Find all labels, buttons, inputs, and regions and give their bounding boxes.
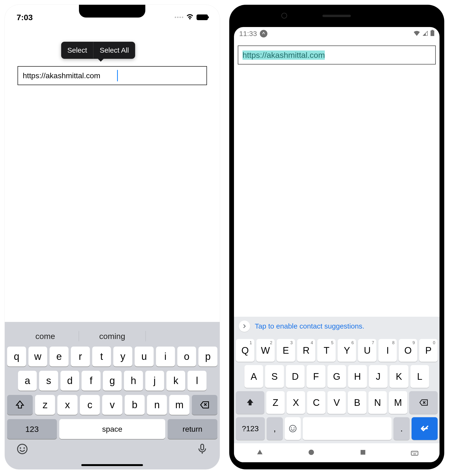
svg-point-2 [23,447,25,449]
key-p[interactable]: p [199,346,217,367]
key-h[interactable]: h [124,371,143,391]
key-o[interactable]: O9 [399,339,417,362]
key-i[interactable]: I8 [378,339,397,362]
home-indicator[interactable] [81,464,143,466]
android-status-bar: 11:33 ^ [234,27,439,40]
key-v[interactable]: V [327,391,346,414]
dictation-key-icon[interactable] [197,443,208,456]
enter-key[interactable] [412,417,438,440]
key-r[interactable]: R4 [297,339,316,362]
key-x[interactable]: X [287,391,305,414]
key-n[interactable]: N [368,391,387,414]
key-v[interactable]: v [102,395,122,415]
emoji-key[interactable] [285,417,301,440]
key-g[interactable]: g [103,371,122,391]
key-c[interactable]: C [307,391,325,414]
numbers-key[interactable]: 123 [7,419,57,439]
speaker-grille [322,15,351,17]
ios-keyboard: come coming q w e r t y u i o p a s d f … [5,322,220,469]
key-p[interactable]: P0 [419,339,438,362]
backspace-key[interactable] [192,395,217,415]
comma-key[interactable]: , [267,417,283,440]
key-f[interactable]: f [82,371,100,391]
key-a[interactable]: a [18,371,37,391]
context-select-button[interactable]: Select [61,42,93,59]
keyboard-suggestion[interactable]: coming [79,332,146,341]
key-y[interactable]: Y6 [338,339,356,362]
key-e[interactable]: e [50,346,68,367]
key-f[interactable]: F [307,365,325,388]
key-w[interactable]: w [28,346,47,367]
key-z[interactable]: Z [266,391,285,414]
key-x[interactable]: x [57,395,77,415]
key-l[interactable]: l [188,371,206,391]
key-m[interactable]: M [389,391,407,414]
key-j[interactable]: j [145,371,164,391]
period-key[interactable]: . [393,417,410,440]
key-g[interactable]: G [327,365,346,388]
android-nav-bar [234,443,439,462]
shift-key[interactable] [236,391,264,414]
key-z[interactable]: z [35,395,55,415]
key-h[interactable]: H [348,365,367,388]
keyboard-suggestion[interactable]: come [12,332,79,341]
svg-point-13 [414,452,414,453]
key-d[interactable]: D [286,365,305,388]
key-m[interactable]: m [169,395,189,415]
overview-button-icon[interactable] [359,448,367,457]
key-d[interactable]: d [60,371,79,391]
return-key[interactable]: return [168,419,217,439]
space-key[interactable] [303,417,392,440]
emoji-key-icon[interactable] [17,443,28,456]
key-t[interactable]: t [92,346,111,367]
text-cursor [117,70,118,81]
url-input[interactable] [17,66,207,85]
key-y[interactable]: y [113,346,132,367]
key-b[interactable]: B [348,391,366,414]
key-q[interactable]: Q1 [236,339,254,362]
key-n[interactable]: n [147,395,167,415]
key-j[interactable]: J [369,365,388,388]
key-i[interactable]: i [156,346,175,367]
numbers-key[interactable]: ?123 [236,417,265,440]
key-r[interactable]: r [71,346,90,367]
status-time: 11:33 [239,30,257,38]
key-k[interactable]: k [166,371,185,391]
key-t[interactable]: T5 [317,339,336,362]
ios-notch [79,5,145,17]
backspace-key[interactable] [409,391,438,414]
wifi-icon [414,30,420,38]
key-b[interactable]: b [125,395,145,415]
space-key[interactable]: space [59,419,165,439]
svg-point-12 [412,452,413,453]
svg-rect-5 [432,30,433,31]
key-q[interactable]: q [7,346,26,367]
key-o[interactable]: o [177,346,196,367]
home-button-icon[interactable] [307,448,315,457]
key-l[interactable]: L [410,365,429,388]
key-w[interactable]: W2 [256,339,275,362]
key-a[interactable]: A [244,365,263,388]
key-u[interactable]: U7 [358,339,376,362]
context-select-all-button[interactable]: Select All [93,42,135,59]
url-input[interactable]: https://akashmittal.com [238,45,436,64]
svg-rect-11 [411,451,418,455]
keyboard-switch-icon[interactable] [411,449,418,456]
shift-key[interactable] [7,395,33,415]
suggestion-hint[interactable]: Tap to enable contact suggestions. [255,322,364,330]
key-k[interactable]: K [390,365,408,388]
expand-suggestions-button[interactable] [239,321,250,332]
android-keyboard: Tap to enable contact suggestions. Q1 W2… [234,317,439,443]
key-u[interactable]: u [135,346,153,367]
key-s[interactable]: S [265,365,284,388]
key-s[interactable]: s [39,371,58,391]
cellular-dots-icon [175,17,183,18]
cellular-icon [422,30,428,38]
key-c[interactable]: c [80,395,100,415]
back-button-icon[interactable] [256,448,264,457]
svg-rect-10 [361,450,365,455]
svg-rect-16 [413,453,416,454]
url-input-wrap [17,66,207,85]
svg-point-6 [290,425,296,432]
key-e[interactable]: E3 [277,339,295,362]
